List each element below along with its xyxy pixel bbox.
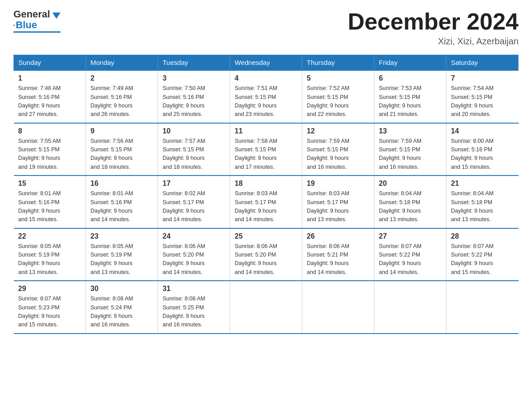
calendar-week-row: 22 Sunrise: 8:05 AMSunset: 5:19 PMDaylig…: [14, 228, 519, 281]
location-label: Xizi, Xizi, Azerbaijan: [348, 36, 519, 47]
table-row: 2 Sunrise: 7:49 AMSunset: 5:16 PMDayligh…: [86, 70, 158, 123]
col-thursday: Thursday: [302, 55, 374, 71]
logo-blue: Blue: [16, 20, 37, 30]
day-info: Sunrise: 8:06 AMSunset: 5:20 PMDaylight:…: [235, 242, 297, 277]
calendar-week-row: 15 Sunrise: 8:01 AMSunset: 5:16 PMDaylig…: [14, 176, 519, 228]
day-number: 6: [379, 74, 442, 82]
day-number: 9: [90, 127, 153, 135]
day-info: Sunrise: 7:50 AMSunset: 5:16 PMDaylight:…: [163, 84, 225, 119]
title-section: December 2024 Xizi, Xizi, Azerbaijan: [348, 9, 519, 47]
table-row: 10 Sunrise: 7:57 AMSunset: 5:15 PMDaylig…: [158, 123, 230, 176]
table-row: 23 Sunrise: 8:05 AMSunset: 5:19 PMDaylig…: [86, 228, 158, 281]
day-number: 30: [90, 285, 153, 293]
table-row: 31 Sunrise: 8:08 AMSunset: 5:25 PMDaylig…: [158, 281, 230, 334]
day-number: 11: [235, 127, 297, 135]
col-wednesday: Wednesday: [230, 55, 302, 71]
day-info: Sunrise: 7:56 AMSunset: 5:15 PMDaylight:…: [90, 137, 153, 172]
day-info: Sunrise: 7:59 AMSunset: 5:15 PMDaylight:…: [379, 137, 442, 172]
day-info: Sunrise: 8:01 AMSunset: 5:16 PMDaylight:…: [18, 189, 82, 224]
day-info: Sunrise: 7:49 AMSunset: 5:16 PMDaylight:…: [90, 84, 153, 119]
table-row: 4 Sunrise: 7:51 AMSunset: 5:15 PMDayligh…: [230, 70, 302, 123]
calendar-header-row: Sunday Monday Tuesday Wednesday Thursday…: [14, 55, 519, 71]
day-info: Sunrise: 7:52 AMSunset: 5:15 PMDaylight:…: [307, 84, 369, 119]
table-row: 27 Sunrise: 8:07 AMSunset: 5:22 PMDaylig…: [374, 228, 446, 281]
day-number: 17: [163, 180, 225, 188]
day-info: Sunrise: 8:07 AMSunset: 5:22 PMDaylight:…: [451, 242, 514, 277]
table-row: [302, 281, 374, 334]
table-row: 11 Sunrise: 7:58 AMSunset: 5:15 PMDaylig…: [230, 123, 302, 176]
day-info: Sunrise: 8:06 AMSunset: 5:21 PMDaylight:…: [307, 242, 369, 277]
col-tuesday: Tuesday: [158, 55, 230, 71]
table-row: 30 Sunrise: 8:08 AMSunset: 5:24 PMDaylig…: [86, 281, 158, 334]
table-row: [230, 281, 302, 334]
day-number: 22: [18, 232, 82, 240]
day-info: Sunrise: 8:02 AMSunset: 5:17 PMDaylight:…: [163, 189, 225, 224]
table-row: 17 Sunrise: 8:02 AMSunset: 5:17 PMDaylig…: [158, 176, 230, 228]
table-row: 21 Sunrise: 8:04 AMSunset: 5:18 PMDaylig…: [446, 176, 519, 228]
day-number: 21: [451, 180, 514, 188]
table-row: 22 Sunrise: 8:05 AMSunset: 5:19 PMDaylig…: [14, 228, 86, 281]
day-info: Sunrise: 8:08 AMSunset: 5:24 PMDaylight:…: [90, 295, 153, 330]
day-info: Sunrise: 8:03 AMSunset: 5:17 PMDaylight:…: [235, 189, 297, 224]
day-number: 27: [379, 232, 442, 240]
day-info: Sunrise: 8:08 AMSunset: 5:25 PMDaylight:…: [163, 295, 225, 330]
day-number: 7: [451, 74, 514, 82]
day-info: Sunrise: 8:04 AMSunset: 5:18 PMDaylight:…: [451, 189, 514, 224]
day-number: 16: [90, 180, 153, 188]
day-info: Sunrise: 8:00 AMSunset: 5:16 PMDaylight:…: [451, 137, 514, 172]
table-row: 28 Sunrise: 8:07 AMSunset: 5:22 PMDaylig…: [446, 228, 519, 281]
table-row: 13 Sunrise: 7:59 AMSunset: 5:15 PMDaylig…: [374, 123, 446, 176]
col-sunday: Sunday: [14, 55, 86, 71]
day-number: 23: [90, 232, 153, 240]
table-row: 14 Sunrise: 8:00 AMSunset: 5:16 PMDaylig…: [446, 123, 519, 176]
table-row: 12 Sunrise: 7:59 AMSunset: 5:15 PMDaylig…: [302, 123, 374, 176]
day-number: 18: [235, 180, 297, 188]
table-row: 5 Sunrise: 7:52 AMSunset: 5:15 PMDayligh…: [302, 70, 374, 123]
day-info: Sunrise: 8:01 AMSunset: 5:16 PMDaylight:…: [90, 189, 153, 224]
table-row: 26 Sunrise: 8:06 AMSunset: 5:21 PMDaylig…: [302, 228, 374, 281]
col-monday: Monday: [86, 55, 158, 71]
day-number: 15: [18, 180, 82, 188]
day-info: Sunrise: 8:06 AMSunset: 5:20 PMDaylight:…: [163, 242, 225, 277]
table-row: 19 Sunrise: 8:03 AMSunset: 5:17 PMDaylig…: [302, 176, 374, 228]
table-row: 29 Sunrise: 8:07 AMSunset: 5:23 PMDaylig…: [14, 281, 86, 334]
day-number: 4: [235, 74, 297, 82]
month-title: December 2024: [348, 9, 519, 34]
day-info: Sunrise: 7:57 AMSunset: 5:15 PMDaylight:…: [163, 137, 225, 172]
table-row: 25 Sunrise: 8:06 AMSunset: 5:20 PMDaylig…: [230, 228, 302, 281]
day-number: 29: [18, 285, 82, 293]
day-number: 10: [163, 127, 225, 135]
day-info: Sunrise: 7:51 AMSunset: 5:15 PMDaylight:…: [235, 84, 297, 119]
page-header: General Blue December 2024 Xizi, Xizi, A…: [13, 9, 519, 47]
col-saturday: Saturday: [446, 55, 519, 71]
day-info: Sunrise: 7:53 AMSunset: 5:15 PMDaylight:…: [379, 84, 442, 119]
table-row: [446, 281, 519, 334]
table-row: [374, 281, 446, 334]
day-info: Sunrise: 7:59 AMSunset: 5:15 PMDaylight:…: [307, 137, 369, 172]
table-row: 9 Sunrise: 7:56 AMSunset: 5:15 PMDayligh…: [86, 123, 158, 176]
calendar-table: Sunday Monday Tuesday Wednesday Thursday…: [13, 55, 519, 334]
day-info: Sunrise: 7:55 AMSunset: 5:15 PMDaylight:…: [18, 137, 82, 172]
logo: General Blue: [13, 9, 60, 33]
logo-arrow-icon: [52, 13, 60, 19]
day-info: Sunrise: 8:05 AMSunset: 5:19 PMDaylight:…: [18, 242, 82, 277]
table-row: 15 Sunrise: 8:01 AMSunset: 5:16 PMDaylig…: [14, 176, 86, 228]
day-number: 19: [307, 180, 369, 188]
day-number: 13: [379, 127, 442, 135]
table-row: 6 Sunrise: 7:53 AMSunset: 5:15 PMDayligh…: [374, 70, 446, 123]
calendar-week-row: 29 Sunrise: 8:07 AMSunset: 5:23 PMDaylig…: [14, 281, 519, 334]
table-row: 7 Sunrise: 7:54 AMSunset: 5:15 PMDayligh…: [446, 70, 519, 123]
day-info: Sunrise: 7:54 AMSunset: 5:15 PMDaylight:…: [451, 84, 514, 119]
day-info: Sunrise: 8:07 AMSunset: 5:22 PMDaylight:…: [379, 242, 442, 277]
table-row: 16 Sunrise: 8:01 AMSunset: 5:16 PMDaylig…: [86, 176, 158, 228]
day-info: Sunrise: 8:07 AMSunset: 5:23 PMDaylight:…: [18, 295, 82, 330]
table-row: 24 Sunrise: 8:06 AMSunset: 5:20 PMDaylig…: [158, 228, 230, 281]
day-number: 24: [163, 232, 225, 240]
day-number: 26: [307, 232, 369, 240]
table-row: 20 Sunrise: 8:04 AMSunset: 5:18 PMDaylig…: [374, 176, 446, 228]
table-row: 8 Sunrise: 7:55 AMSunset: 5:15 PMDayligh…: [14, 123, 86, 176]
day-number: 20: [379, 180, 442, 188]
logo-general: General: [13, 9, 50, 20]
col-friday: Friday: [374, 55, 446, 71]
day-number: 1: [18, 74, 82, 82]
